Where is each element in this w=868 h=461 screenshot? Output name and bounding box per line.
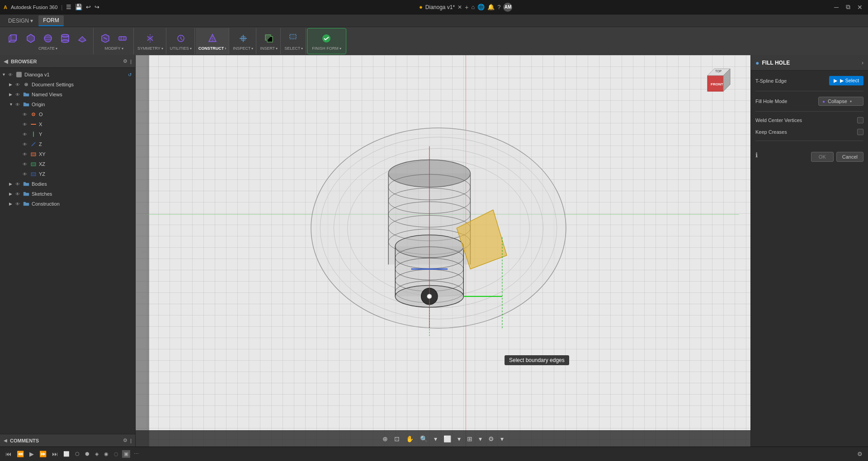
timeline-settings-button[interactable]: ⚙ bbox=[855, 450, 864, 458]
keep-creases-checkbox[interactable] bbox=[857, 129, 863, 135]
orbit-button[interactable]: ⊕ bbox=[380, 434, 390, 444]
insert-button[interactable] bbox=[261, 32, 277, 45]
minimize-button[interactable]: ─ bbox=[832, 3, 841, 12]
add-tab-button[interactable]: + bbox=[465, 4, 468, 11]
maximize-button[interactable]: ⧉ bbox=[844, 3, 853, 12]
o-eye-icon[interactable]: 👁 bbox=[23, 112, 29, 117]
design-mode-button[interactable]: DESIGN ▾ bbox=[4, 15, 38, 26]
close-window-button[interactable]: ✕ bbox=[855, 3, 864, 12]
svg-point-2 bbox=[44, 35, 52, 42]
menu-button[interactable]: ☰ bbox=[66, 4, 71, 10]
playback-next-button[interactable]: ⏩ bbox=[38, 450, 48, 458]
playback-play-button[interactable]: ▶ bbox=[28, 450, 36, 458]
timeline-form-button[interactable]: ▣ bbox=[122, 450, 130, 458]
timeline-transform-button[interactable]: ⬢ bbox=[83, 450, 91, 458]
fit-button[interactable]: ⊡ bbox=[392, 434, 402, 444]
modify-button-1[interactable] bbox=[97, 32, 113, 45]
browser-panel-button[interactable]: | bbox=[130, 59, 132, 64]
pan-button[interactable]: ✋ bbox=[404, 434, 416, 444]
tree-origin-y[interactable]: 👁 Y bbox=[0, 129, 135, 139]
root-eye-icon[interactable]: 👁 bbox=[8, 72, 14, 77]
timeline-more-button[interactable]: ⋯ bbox=[132, 450, 141, 458]
create-cylinder-button[interactable] bbox=[57, 32, 73, 45]
globe-button[interactable]: 🌐 bbox=[477, 4, 485, 10]
zoom-button[interactable]: 🔍 bbox=[418, 434, 430, 444]
create-sphere-button[interactable] bbox=[40, 32, 56, 45]
construction-eye-icon[interactable]: 👁 bbox=[15, 202, 22, 207]
tree-origin-xy[interactable]: 👁 XY bbox=[0, 149, 135, 159]
browser-collapse-button[interactable]: ◀ bbox=[4, 58, 8, 65]
bodies-eye-icon[interactable]: 👁 bbox=[15, 182, 22, 187]
tree-bodies[interactable]: ▶ 👁 Bodies bbox=[0, 179, 135, 189]
display-mode-button[interactable]: ⬜ bbox=[441, 434, 453, 444]
cancel-button[interactable]: Cancel bbox=[836, 152, 863, 162]
comments-settings-button[interactable]: ⚙ bbox=[123, 437, 127, 443]
viewport[interactable]: 25 50 75 100 125 bbox=[136, 55, 750, 447]
create-shape-button[interactable] bbox=[23, 32, 39, 45]
z-eye-icon[interactable]: 👁 bbox=[23, 142, 29, 147]
tree-document-settings[interactable]: ▶ 👁 Document Settings bbox=[0, 80, 135, 89]
named-views-eye-icon[interactable]: 👁 bbox=[15, 92, 22, 97]
timeline-move-button[interactable]: ⬡ bbox=[73, 450, 81, 458]
home-button[interactable]: ⌂ bbox=[471, 4, 475, 10]
ok-button[interactable]: OK bbox=[811, 152, 834, 162]
tree-origin-o[interactable]: 👁 O bbox=[0, 109, 135, 119]
timeline-select-button[interactable]: ⬜ bbox=[61, 450, 71, 458]
form-mode-button[interactable]: FORM bbox=[38, 15, 63, 26]
xy-eye-icon[interactable]: 👁 bbox=[23, 152, 29, 157]
save-button[interactable]: 💾 bbox=[75, 4, 82, 10]
tree-root[interactable]: ▼ 👁 Dianoga v1 ↺ bbox=[0, 70, 135, 80]
playback-end-button[interactable]: ⏭ bbox=[50, 450, 60, 458]
timeline-surface-button[interactable]: ◌ bbox=[112, 450, 120, 458]
fill-hole-mode-dropdown[interactable]: ● Collapse ▾ bbox=[818, 97, 863, 106]
comments-collapse-button[interactable]: ◀ bbox=[4, 438, 7, 443]
playback-start-button[interactable]: ⏮ bbox=[4, 450, 13, 458]
weld-center-vertices-checkbox[interactable] bbox=[857, 117, 863, 123]
grid-button[interactable]: ⊞ bbox=[465, 434, 475, 444]
tree-origin[interactable]: ▼ 👁 Origin bbox=[0, 99, 135, 109]
sketches-eye-icon[interactable]: 👁 bbox=[15, 192, 22, 197]
tspline-select-button[interactable]: ▶ ▶ Select bbox=[829, 76, 863, 85]
origin-eye-icon[interactable]: 👁 bbox=[15, 102, 22, 107]
doc-settings-eye-icon[interactable]: 👁 bbox=[15, 82, 22, 87]
inspect-button[interactable] bbox=[235, 32, 251, 45]
finish-form-button[interactable] bbox=[318, 32, 335, 45]
redo-button[interactable]: ↪ bbox=[94, 4, 99, 10]
zoom-arrow-button[interactable]: ▾ bbox=[432, 434, 439, 444]
tree-named-views[interactable]: ▶ 👁 Named Views bbox=[0, 89, 135, 99]
playback-prev-button[interactable]: ⏪ bbox=[15, 450, 26, 458]
view-cube-button[interactable]: ▾ bbox=[498, 434, 506, 444]
xz-eye-icon[interactable]: 👁 bbox=[23, 162, 29, 167]
tree-origin-z[interactable]: 👁 Z bbox=[0, 139, 135, 149]
tree-construction[interactable]: ▶ 👁 Construction bbox=[0, 199, 135, 209]
tree-sketches[interactable]: ▶ 👁 Sketches bbox=[0, 189, 135, 199]
help-button[interactable]: ? bbox=[497, 4, 500, 10]
utilities-button[interactable] bbox=[173, 32, 189, 45]
grid-arrow-button[interactable]: ▾ bbox=[476, 434, 484, 444]
yz-eye-icon[interactable]: 👁 bbox=[23, 172, 29, 177]
create-plane-button[interactable] bbox=[74, 32, 90, 45]
close-tab-button[interactable]: ✕ bbox=[458, 4, 462, 10]
create-box-button[interactable] bbox=[5, 32, 22, 45]
comments-panel-button[interactable]: | bbox=[130, 438, 132, 443]
symmetry-button[interactable] bbox=[142, 32, 158, 45]
viewport-settings-button[interactable]: ⚙ bbox=[486, 434, 496, 444]
panel-expand-button[interactable]: › bbox=[862, 60, 863, 66]
undo-button[interactable]: ↩ bbox=[86, 4, 91, 10]
timeline-solid-button[interactable]: ◉ bbox=[102, 450, 110, 458]
bell-button[interactable]: 🔔 bbox=[487, 4, 495, 10]
toolbar-modify-section: MODIFY ▾ bbox=[94, 28, 134, 54]
modify-button-2[interactable] bbox=[114, 32, 131, 45]
timeline-sketch-button[interactable]: ◈ bbox=[93, 450, 100, 458]
tree-origin-yz[interactable]: 👁 YZ bbox=[0, 169, 135, 179]
display-mode-arrow[interactable]: ▾ bbox=[455, 434, 463, 444]
y-eye-icon[interactable]: 👁 bbox=[23, 132, 29, 137]
panel-info-icon[interactable]: ℹ bbox=[755, 151, 758, 159]
x-eye-icon[interactable]: 👁 bbox=[23, 122, 29, 127]
tree-origin-x[interactable]: 👁 X bbox=[0, 119, 135, 129]
tree-origin-xz[interactable]: 👁 XZ bbox=[0, 159, 135, 169]
browser-settings-button[interactable]: ⚙ bbox=[123, 58, 127, 64]
select-button-toolbar[interactable] bbox=[286, 32, 302, 45]
nav-cube[interactable]: FRONT TOP bbox=[701, 64, 737, 100]
construct-button[interactable] bbox=[204, 32, 221, 45]
